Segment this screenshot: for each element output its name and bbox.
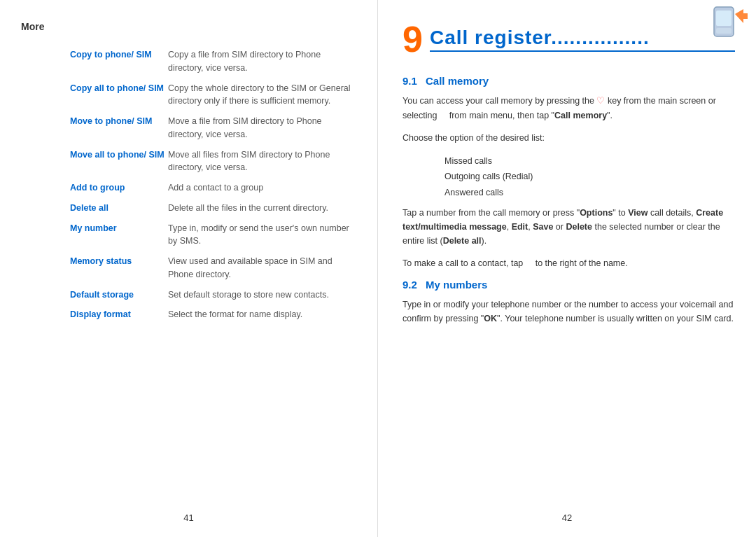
menu-term: Display format	[70, 305, 168, 325]
page-spread: More Copy to phone/ SIMCopy a file from …	[0, 0, 756, 537]
menu-row: Delete allDelete all the files in the cu…	[21, 198, 356, 218]
menu-term: Move to phone/ SIM	[70, 111, 168, 145]
menu-row: Copy all to phone/ SIMCopy the whole dir…	[21, 78, 356, 112]
menu-term: Copy all to phone/ SIM	[70, 78, 168, 112]
svg-rect-1	[716, 11, 732, 26]
menu-term: Default storage	[70, 285, 168, 305]
menu-desc: Type in, modify or send the user's own n…	[168, 218, 356, 252]
menu-row: Copy to phone/ SIMCopy a file from SIM d…	[21, 45, 356, 78]
menu-desc: Add a contact to a group	[168, 178, 356, 198]
menu-row: My numberType in, modify or send the use…	[21, 218, 356, 252]
section-9-1-body3: Tap a number from the call memory or pre…	[402, 206, 735, 248]
menu-term: Move all to phone/ SIM	[70, 145, 168, 179]
section-9-2: 9.2 My numbers Type in or modify your te…	[402, 279, 735, 326]
section-9-2-title: 9.2 My numbers	[402, 279, 735, 291]
list-item: Outgoing calls (Redial)	[444, 169, 735, 185]
menu-term: Delete all	[70, 198, 168, 218]
menu-table: Copy to phone/ SIMCopy a file from SIM d…	[21, 45, 356, 325]
menu-row: Default storageSet default storage to st…	[21, 285, 356, 305]
phone-icon	[707, 4, 749, 42]
menu-term: Copy to phone/ SIM	[70, 45, 168, 78]
list-item: Answered calls	[444, 185, 735, 201]
menu-term: Add to group	[70, 178, 168, 198]
menu-desc: Copy the whole directory to the SIM or G…	[168, 78, 356, 112]
right-page-number: 42	[562, 512, 572, 523]
menu-term: My number	[70, 218, 168, 252]
left-page-number: 41	[183, 512, 193, 523]
list-item: Missed calls	[444, 153, 735, 169]
heart-icon: ♡	[596, 95, 605, 106]
svg-rect-2	[716, 28, 732, 34]
section-9-1-body2: Choose the option of the desired list:	[402, 131, 735, 145]
menu-row: Move all to phone/ SIMMove all files fro…	[21, 145, 356, 179]
menu-desc: Move a file from SIM directory to Phone …	[168, 111, 356, 145]
menu-row: Memory statusView used and available spa…	[21, 251, 356, 285]
call-list: Missed calls Outgoing calls (Redial) Ans…	[444, 153, 735, 201]
menu-desc: Set default storage to store new contact…	[168, 285, 356, 305]
menu-term: Memory status	[70, 251, 168, 285]
section-9-1-body1: You can access your call memory by press…	[402, 94, 735, 123]
chapter-title: Call register................	[430, 27, 735, 52]
section-9-1-title: 9.1 Call memory	[402, 75, 735, 87]
chapter-header: 9 Call register................	[402, 21, 735, 57]
left-page: More Copy to phone/ SIMCopy a file from …	[0, 0, 378, 537]
menu-desc: Delete all the files in the current dire…	[168, 198, 356, 218]
menu-desc: Copy a file from SIM directory to Phone …	[168, 45, 356, 78]
right-page: 9 Call register................ 9.1	[378, 0, 756, 537]
menu-row: Add to groupAdd a contact to a group	[21, 178, 356, 198]
menu-desc: Select the format for name display.	[168, 305, 356, 325]
more-label: More	[21, 21, 70, 32]
menu-row: Display formatSelect the format for name…	[21, 305, 356, 325]
menu-row: Move to phone/ SIMMove a file from SIM d…	[21, 111, 356, 145]
section-9-2-body: Type in or modify your telephone number …	[402, 298, 735, 326]
menu-desc: Move all files from SIM directory to Pho…	[168, 145, 356, 179]
chapter-number: 9	[402, 21, 423, 57]
left-page-header: More	[21, 21, 356, 32]
section-9-1: 9.1 Call memory You can access your call…	[402, 75, 735, 270]
section-9-1-body4: To make a call to a contact, tap to the …	[402, 256, 735, 270]
menu-desc: View used and available space in SIM and…	[168, 251, 356, 285]
